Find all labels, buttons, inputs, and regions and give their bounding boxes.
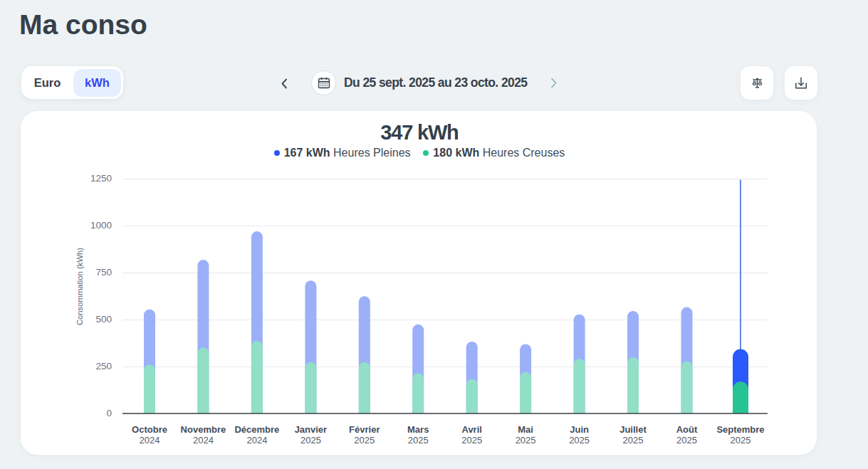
svg-text:2025: 2025 [408,435,429,446]
svg-text:Consommation (kWh): Consommation (kWh) [75,248,84,325]
svg-text:2025: 2025 [354,435,375,446]
svg-text:2025: 2025 [623,435,644,446]
svg-text:Novembre: Novembre [181,424,226,435]
svg-text:2025: 2025 [676,435,697,446]
svg-text:2025: 2025 [516,435,536,446]
svg-text:1000: 1000 [90,220,112,231]
svg-text:750: 750 [95,267,112,278]
svg-text:Mai: Mai [518,424,533,435]
svg-text:2025: 2025 [731,435,751,446]
svg-text:2025: 2025 [300,435,321,446]
svg-text:2025: 2025 [569,435,590,446]
svg-text:Octobre: Octobre [132,424,167,435]
svg-text:Juin: Juin [570,424,589,435]
svg-text:500: 500 [95,314,112,325]
svg-text:2025: 2025 [461,435,482,446]
svg-text:2024: 2024 [140,435,160,446]
svg-text:2024: 2024 [193,435,214,446]
svg-text:Mars: Mars [407,424,429,435]
svg-text:2024: 2024 [246,435,267,446]
svg-text:250: 250 [95,361,112,371]
svg-text:Septembre: Septembre [716,424,764,435]
svg-text:0: 0 [106,408,112,418]
svg-text:Avril: Avril [461,424,481,435]
svg-text:Juillet: Juillet [619,424,647,435]
svg-text:Février: Février [349,424,380,435]
svg-text:Décembre: Décembre [234,424,279,435]
svg-text:1250: 1250 [90,173,112,184]
svg-text:Janvier: Janvier [295,424,328,435]
svg-text:Août: Août [676,424,698,435]
